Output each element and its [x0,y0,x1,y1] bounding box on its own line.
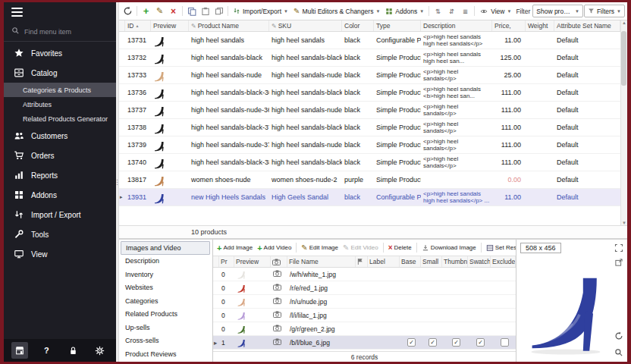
col-swatch[interactable]: Swatch [468,256,491,267]
import-export-dropdown[interactable]: Import/Export▼ [231,5,290,17]
zoom-icon[interactable] [613,347,625,359]
scroll-down-icon[interactable]: ▼ [622,221,626,225]
col-camera[interactable] [271,256,287,267]
col-flag[interactable] [356,256,368,267]
grid-scrollbar[interactable]: ▲▼ [620,20,627,225]
scroll-up-icon[interactable]: ▲ [622,20,626,25]
edit-product-button[interactable]: ✎ [153,5,166,17]
view-dropdown[interactable]: View▼ [477,5,513,17]
tab-websites[interactable]: Websites [119,281,212,295]
edit-video-button[interactable]: ✎Edit Video [341,242,380,254]
set-resize-rule-button[interactable]: Set Resize Rule [485,242,516,254]
sidebar-item-favorites[interactable]: Favorites [4,43,116,63]
menu-search-input[interactable] [24,28,100,36]
col-small[interactable]: Small [421,256,442,267]
addons-dropdown[interactable]: Addons▼ [383,5,426,17]
product-row[interactable]: 13817 women shoes-nudewomen shoes-nude-2… [119,171,620,189]
refresh-button[interactable] [121,5,134,17]
col-price[interactable]: Price, [492,20,526,31]
add-image-button[interactable]: +Add Image [215,242,254,254]
tab-up-sells[interactable]: Up-sells [119,321,212,334]
product-row[interactable]: 13733 high heel sandals-nudehigh heel sa… [119,67,620,84]
scrollbar-thumb[interactable] [621,31,626,86]
col-base[interactable]: Base [400,256,421,267]
tab-cross-sells[interactable]: Cross-sells [119,334,212,348]
sidebar-item-related-products-generator[interactable]: Related Products Generator [4,111,116,126]
tab-categories[interactable]: Categories [119,294,212,308]
filters-dropdown[interactable]: Filters▼ [584,5,625,17]
col-priority[interactable]: Pr [219,256,234,267]
product-row[interactable]: 13738 high heel sandals-black-37high hee… [119,119,620,136]
fullscreen-icon[interactable] [613,242,625,254]
col-image-label[interactable]: Label [368,256,400,267]
delete-product-button[interactable]: × [167,5,180,17]
tab-description[interactable]: Description [119,255,212,268]
col-product-name[interactable]: ✎Product Name [189,20,269,31]
open-external-icon[interactable] [613,256,625,268]
product-row[interactable]: 13737 high heel sandals-nude-36high heel… [119,102,620,119]
col-attribute-set[interactable]: Attribute Set Name [554,20,620,31]
refresh-preview-icon[interactable] [613,330,625,342]
multi-editors-dropdown[interactable]: ✎ Multi Editors & Changers▼ [291,5,382,17]
col-sku[interactable]: ✎SKU [269,20,342,31]
tab-product-reviews[interactable]: Product Reviews [119,347,212,361]
product-row[interactable]: 13740 high heel sandals-black-38high hee… [119,154,620,171]
product-row[interactable]: 13731 high heel sandalshigh heel sandals… [119,32,620,49]
sidebar-item-import-export[interactable]: Import / Export [4,205,116,224]
tab-related-products[interactable]: Related Products [119,308,212,322]
collapse-all-button[interactable]: ⇵ [445,5,458,17]
col-exclude[interactable]: Exclude [491,256,516,267]
sidebar-item-reports[interactable]: Reports [4,165,116,185]
tab-images-and-video[interactable]: Images and Video [121,241,210,255]
col-description[interactable]: Description [421,20,492,31]
help-button[interactable]: ? [38,342,55,359]
product-row[interactable]: ▸13931 new High Heels SandalsHigh Geels … [119,189,620,206]
image-row[interactable]: 0 /g/r/green_2.jpg [213,322,516,336]
duplicate-button[interactable] [212,5,225,17]
image-row[interactable]: ▸1 /b/l/blue_6.jpg✓✓✓✓ [213,336,516,350]
col-id[interactable]: ID▲ [125,20,151,31]
paste-button[interactable] [199,5,212,17]
product-row[interactable]: 13732 high heel sandals-blackhigh heel s… [119,49,620,67]
edit-image-button[interactable]: ✎Edit Image [300,242,340,254]
image-row[interactable]: 0 /w/h/white_1.jpg [213,268,516,281]
swatch-checkbox[interactable]: ✓ [476,338,485,347]
gear-icon[interactable] [92,342,108,359]
product-row[interactable]: 13736 high heel sandals-black-36high hee… [119,84,620,102]
sidebar-item-tools[interactable]: Tools [4,224,116,244]
exclude-checkbox[interactable] [501,338,509,347]
sidebar-item-customers[interactable]: Customers [4,126,116,146]
sidebar-item-catalog[interactable]: Catalog [4,63,116,83]
group-rows-button[interactable]: ≣ [459,5,472,17]
hamburger-menu-icon[interactable] [11,5,23,19]
image-row[interactable]: 0 /r/e/red_1.jpg [213,281,516,295]
sidebar-item-attributes[interactable]: Attributes [4,97,116,111]
thumbnail-checkbox[interactable]: ✓ [452,338,460,347]
delete-image-button[interactable]: ×Delete [387,242,413,254]
image-row[interactable]: 0 /n/u/nude.jpg [213,295,516,309]
col-color[interactable]: Color [342,20,374,31]
copy-button[interactable] [185,5,198,17]
add-product-button[interactable]: + [140,5,152,17]
col-file-name[interactable]: File Name [287,256,356,267]
base-checkbox[interactable]: ✓ [407,338,416,347]
col-thumbnail[interactable]: Thumbna [442,256,468,267]
col-image-preview[interactable]: Preview [234,256,271,267]
col-type[interactable]: Type [374,20,421,31]
lock-icon[interactable] [65,342,82,359]
sidebar-item-orders[interactable]: Orders [4,146,116,165]
store-button[interactable] [11,342,28,359]
add-video-button[interactable]: +Add Video [256,242,293,254]
expand-all-button[interactable]: ⇅ [432,5,444,17]
sidebar-item-addons[interactable]: Addons [4,185,116,205]
small-checkbox[interactable]: ✓ [429,338,437,347]
category-filter-select[interactable]: Show products from selected categories ▼ [532,5,583,17]
sidebar-item-categories-and-products[interactable]: Categories & Products [4,83,116,97]
product-row[interactable]: 13739 high heel sandals-nude-37high heel… [119,136,620,154]
image-row[interactable]: 0 /l/i/lilac_1.jpg [213,309,516,322]
col-preview[interactable]: Preview [151,20,189,31]
sidebar-item-view[interactable]: View [4,244,116,264]
tab-inventory[interactable]: Inventory [119,268,212,281]
col-weight[interactable]: Weight [526,20,554,31]
download-image-button[interactable]: Download Image [420,242,478,254]
